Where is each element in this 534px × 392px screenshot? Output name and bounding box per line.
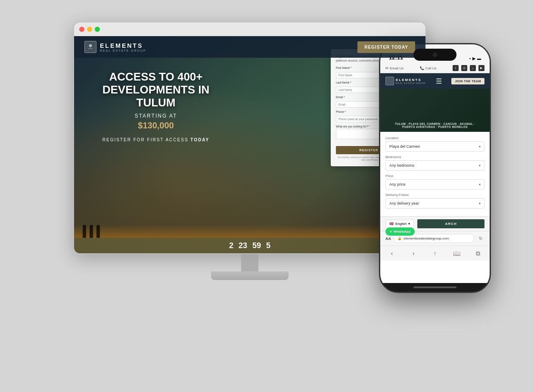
phone-price-label: Price [385,174,484,178]
phone-logo-main: ELEMENTS [396,78,426,82]
phone-location-label: Location [385,136,484,140]
person-2 [90,225,93,238]
starting-at-text: STARTING AT [87,113,225,119]
instagram-icon[interactable]: ◎ [461,65,467,71]
front-camera [433,53,437,57]
phone-bedrooms-value: Any bedrooms [389,163,414,168]
minimize-dot[interactable] [87,27,92,32]
phone-logo-sub: REAL ESTATE GROUP [396,82,426,84]
phone-language-select[interactable]: 🇬🇧 English ▾ [385,220,414,228]
mobile-phone: 12:11 ▪ ▶ ▬ ✉ Email Us 📞 Call Us [379,43,491,293]
call-us-label: Call Us [425,66,437,70]
phone-search-form: Location Playa del Carmen ▾ Bedrooms Any… [380,132,490,216]
whatsapp-label: WhatsApp [394,230,411,233]
text-size-aa[interactable]: AA [385,236,391,241]
lang-chevron-icon: ▾ [408,222,410,226]
email-us-item[interactable]: ✉ Email Us [385,66,404,70]
whatsapp-icon: ● [390,230,392,233]
battery-icon: ▬ [477,56,481,61]
phone-notch [413,49,456,61]
countdown-seconds: 5 [266,241,270,250]
forward-button[interactable]: › [409,249,418,258]
phone-icon: 📞 [420,66,424,70]
phone-delivery-select[interactable]: Any delivery year ▾ [385,198,484,208]
tiktok-icon[interactable]: ♪ [470,65,476,71]
maximize-dot[interactable] [95,27,100,32]
social-icons-group: f ◎ ♪ ▶ [453,65,484,71]
countdown-days: 2 [229,241,233,250]
chevron-down-icon: ▾ [479,202,481,205]
tabs-button[interactable]: ⧉ [473,249,483,258]
close-dot[interactable] [79,27,84,32]
register-cta-text: REGISTER FOR FIRST ACCESS TODAY [87,137,225,142]
bookmarks-button[interactable]: 📖 [452,249,461,258]
phone-search-button[interactable]: ARCH [417,219,484,228]
website-navbar: ELEMENTS REAL ESTATE GROUP REGISTER TODA… [74,36,425,58]
countdown-hours: 23 [239,241,247,250]
language-label: English [395,222,407,226]
phone-bedrooms-label: Bedrooms [385,155,484,159]
phone-logo: ELEMENTS REAL ESTATE GROUP [385,77,426,85]
stand-neck [241,254,258,271]
road [74,225,425,238]
logo-main-text: ELEMENTS [100,42,146,49]
scene: ELEMENTS REAL ESTATE GROUP REGISTER TODA… [0,0,534,392]
home-bar [413,286,456,288]
register-today-button[interactable]: REGISTER TODAY [357,41,415,53]
signal-icon: ▪ [469,56,471,61]
phone-delivery-value: Any delivery year [389,201,419,205]
countdown-bar: 2 23 59 5 [74,238,425,253]
flag-icon: 🇬🇧 [389,222,394,226]
logo-icon [84,41,96,53]
reload-button[interactable]: ↻ [477,235,484,243]
phone-browser-controls: ‹ › ↑ 📖 ⧉ [380,246,490,261]
svg-point-0 [89,44,92,47]
person-1 [83,225,86,238]
hero-heading: ACCESS TO 400+ DEVELOPMENTS IN TULUM [87,71,225,109]
email-us-label: Email Us [390,66,404,70]
phone-hero: TULUM · PLAYA DEL CARMEN · CANCUN · AKUM… [380,89,490,132]
phone-bedrooms-select[interactable]: Any bedrooms ▾ [385,160,484,171]
phone-frame: 12:11 ▪ ▶ ▬ ✉ Email Us 📞 Call Us [379,43,491,293]
youtube-icon[interactable]: ▶ [478,65,484,71]
wifi-icon: ▶ [472,56,475,61]
monitor-frame: ELEMENTS REAL ESTATE GROUP REGISTER TODA… [73,22,426,254]
phone-screen: 12:11 ▪ ▶ ▬ ✉ Email Us 📞 Call Us [380,44,490,283]
monitor-content: ELEMENTS REAL ESTATE GROUP REGISTER TODA… [74,36,425,253]
url-text: elementsrealestategroup.com [404,236,449,240]
phone-price-group: Price Any price ▾ [385,174,484,190]
join-team-button[interactable]: JOIN THE TEAM [451,78,484,84]
hero-text-block: ACCESS TO 400+ DEVELOPMENTS IN TULUM STA… [87,71,225,142]
logo-svg [87,44,94,50]
logo-sub-text: REAL ESTATE GROUP [100,49,146,52]
call-us-item[interactable]: 📞 Call Us [420,66,437,70]
phone-navbar: ELEMENTS REAL ESTATE GROUP ☰ JOIN THE TE… [380,73,490,89]
chevron-down-icon: ▾ [479,183,481,187]
price-text: $130,000 [87,121,225,131]
phone-price-select[interactable]: Any price ▾ [385,179,484,190]
facebook-icon[interactable]: f [453,65,459,71]
whatsapp-button[interactable]: ● WhatsApp [385,227,415,236]
phone-logo-text-block: ELEMENTS REAL ESTATE GROUP [396,78,426,84]
phone-top-bar: ✉ Email Us 📞 Call Us f ◎ ♪ ▶ [380,63,490,73]
logo-text-block: ELEMENTS REAL ESTATE GROUP [100,42,146,52]
phone-home-indicator [380,283,490,292]
back-button[interactable]: ‹ [387,249,397,258]
chevron-down-icon: ▾ [479,145,481,149]
phone-location-group: Location Playa del Carmen ▾ [385,136,484,152]
phone-location-value: Playa del Carmen [389,144,420,149]
phone-location-select[interactable]: Playa del Carmen ▾ [385,141,484,152]
hamburger-menu-icon[interactable]: ☰ [436,77,442,85]
share-button[interactable]: ↑ [430,249,440,258]
people-silhouette [83,225,100,238]
stand-base [211,271,289,280]
lock-icon: 🔒 [397,236,402,240]
person-3 [96,225,100,238]
countdown-minutes: 59 [252,241,261,250]
chevron-down-icon: ▾ [479,164,481,168]
phone-cities-text: TULUM · PLAYA DEL CARMEN · CANCUN · AKUM… [380,122,490,128]
monitor-stand [73,254,426,280]
phone-bedrooms-group: Bedrooms Any bedrooms ▾ [385,155,484,171]
phone-logo-icon [385,77,394,85]
email-icon: ✉ [385,66,388,70]
